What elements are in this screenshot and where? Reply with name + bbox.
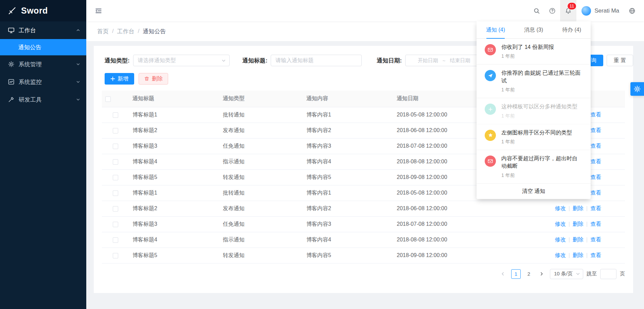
tab-message[interactable]: 消息 (3) <box>515 21 553 38</box>
breadcrumb-item[interactable]: 工作台 <box>117 28 135 35</box>
row-checkbox[interactable] <box>113 128 118 133</box>
action-edit-link[interactable]: 修改 <box>555 237 566 242</box>
date-range-picker[interactable]: 开始日期 ~ 结束日期 <box>405 55 483 66</box>
type-filter-select[interactable]: 请选择通知类型 <box>133 55 230 66</box>
gear-icon <box>8 61 15 68</box>
action-view-link[interactable]: 查看 <box>590 159 601 164</box>
chevron-down-icon <box>576 272 580 276</box>
sidebar-item-dev-tools[interactable]: 研发工具 <box>0 91 86 108</box>
action-view-link[interactable]: 查看 <box>590 190 601 196</box>
row-checkbox[interactable] <box>113 190 118 196</box>
action-delete-link[interactable]: 删除 <box>573 221 584 227</box>
sidebar: Sword 工作台通知公告系统管理系统监控研发工具 <box>0 0 86 309</box>
breadcrumb-separator: / <box>138 28 140 35</box>
cell-type: 批转通知 <box>219 107 303 123</box>
notification-text: 你收到了 14 份新周报 <box>501 43 554 51</box>
row-checkbox[interactable] <box>113 112 118 118</box>
page-size-value: 10 条/页 <box>554 271 573 277</box>
help-icon[interactable] <box>544 0 560 21</box>
notification-item[interactable]: 你收到了 14 份新周报1 年前 <box>477 39 591 65</box>
sidebar-item-workbench[interactable]: 工作台 <box>0 21 86 39</box>
select-all-checkbox[interactable] <box>105 96 111 102</box>
app-title: Sword <box>21 6 48 16</box>
logo[interactable]: Sword <box>0 0 86 21</box>
plus-icon <box>110 76 115 81</box>
date-start-placeholder: 开始日期 <box>418 57 438 64</box>
breadcrumb-item[interactable]: 首页 <box>97 28 109 35</box>
action-separator: | <box>586 205 588 211</box>
notification-item[interactable]: 这种模板可以区分多种通知类型1 年前 <box>477 98 591 124</box>
chevron-down-icon <box>221 58 226 63</box>
tab-notice[interactable]: 通知 (4) <box>477 21 515 38</box>
sidebar-item-label: 系统监控 <box>19 78 42 86</box>
delete-button[interactable]: 删除 <box>139 73 168 85</box>
add-button[interactable]: 新增 <box>105 73 134 85</box>
action-edit-link[interactable]: 修改 <box>555 252 566 258</box>
user-menu[interactable]: Serati Ma <box>576 0 624 21</box>
action-view-link[interactable]: 查看 <box>590 252 601 258</box>
row-checkbox[interactable] <box>113 206 118 212</box>
page-button[interactable]: 2 <box>524 269 534 279</box>
menu-fold-icon[interactable] <box>91 3 106 18</box>
tab-todo[interactable]: 待办 (4) <box>553 21 591 38</box>
action-edit-link[interactable]: 修改 <box>555 221 566 227</box>
cell-title: 博客标题4 <box>129 232 219 248</box>
action-separator: | <box>586 221 588 227</box>
row-checkbox[interactable] <box>113 175 118 180</box>
notification-item[interactable]: 你推荐的 曲妮妮 已通过第三轮面试1 年前 <box>477 65 591 98</box>
bell-icon[interactable]: 11 <box>560 0 576 21</box>
page-button[interactable]: 1 <box>511 269 521 279</box>
cell-type: 转发通知 <box>219 248 303 263</box>
action-view-link[interactable]: 查看 <box>590 221 601 227</box>
row-actions-cell: 修改|删除|查看 <box>536 232 625 248</box>
row-checkbox[interactable] <box>113 222 118 227</box>
prev-page-button[interactable] <box>498 269 508 279</box>
row-checkbox[interactable] <box>113 159 118 165</box>
action-view-link[interactable]: 查看 <box>590 174 601 180</box>
cell-content: 博客内容1 <box>303 107 393 123</box>
cell-content: 博客内容2 <box>303 201 393 216</box>
notification-body: 这种模板可以区分多种通知类型1 年前 <box>501 103 577 119</box>
row-checkbox[interactable] <box>113 253 118 258</box>
action-separator: | <box>586 237 588 242</box>
row-checkbox[interactable] <box>113 237 118 243</box>
column-header: 通知标题 <box>129 91 219 107</box>
action-delete-link[interactable]: 删除 <box>573 237 584 242</box>
action-view-link[interactable]: 查看 <box>590 143 601 149</box>
cell-title: 博客标题1 <box>129 185 219 201</box>
cell-type: 发布通知 <box>219 201 303 216</box>
cell-title: 博客标题2 <box>129 201 219 216</box>
action-separator: | <box>569 221 570 227</box>
action-view-link[interactable]: 查看 <box>590 205 601 211</box>
clear-notifications-button[interactable]: 清空 通知 <box>477 184 591 199</box>
notification-text: 你推荐的 曲妮妮 已通过第三轮面试 <box>501 69 583 85</box>
notification-dropdown: 通知 (4)消息 (3)待办 (4) 你收到了 14 份新周报1 年前你推荐的 … <box>477 21 591 199</box>
row-checkbox-cell <box>102 248 129 263</box>
action-view-link[interactable]: 查看 <box>590 237 601 242</box>
next-page-button[interactable] <box>537 269 547 279</box>
action-delete-link[interactable]: 删除 <box>573 205 584 211</box>
sidebar-item-system-monitor[interactable]: 系统监控 <box>0 73 86 91</box>
title-filter-input[interactable] <box>271 55 362 66</box>
chevron-up-icon <box>76 28 80 32</box>
row-checkbox[interactable] <box>113 144 118 149</box>
cell-date: 2018-06-08 12:00:00 <box>393 201 536 216</box>
reset-button[interactable]: 重 置 <box>607 55 633 66</box>
gear-icon <box>633 85 641 93</box>
page-suffix-label: 页 <box>620 271 625 277</box>
notification-item[interactable]: 内容不要超过两行字，超出时自动截断1 年前 <box>477 150 591 184</box>
action-edit-link[interactable]: 修改 <box>555 205 566 211</box>
page-size-select[interactable]: 10 条/页 <box>550 269 583 279</box>
globe-icon[interactable] <box>624 0 640 21</box>
action-separator: | <box>569 252 570 258</box>
action-view-link[interactable]: 查看 <box>590 127 601 133</box>
search-icon[interactable] <box>529 0 544 21</box>
action-view-link[interactable]: 查看 <box>590 112 601 117</box>
sidebar-item-system-management[interactable]: 系统管理 <box>0 55 86 73</box>
notification-item[interactable]: 左侧图标用于区分不同的类型1 年前 <box>477 124 591 150</box>
cell-title: 博客标题5 <box>129 248 219 263</box>
jump-page-input[interactable] <box>600 269 616 279</box>
action-delete-link[interactable]: 删除 <box>573 252 584 258</box>
sidebar-item-notice[interactable]: 通知公告 <box>0 39 86 55</box>
settings-button[interactable] <box>630 82 644 96</box>
